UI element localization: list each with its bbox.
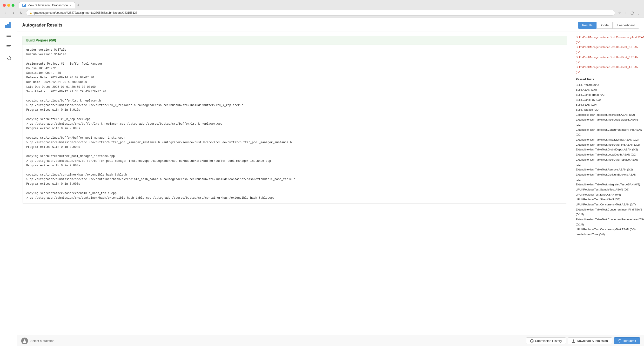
svg-rect-11 xyxy=(6,49,10,49)
passed-test-item[interactable]: LRUKReplacerTest.ConcurrencyTest.TSAN (0… xyxy=(576,227,640,232)
tab-buttons: Results Code Leaderboard xyxy=(578,22,639,29)
svg-rect-9 xyxy=(6,47,10,47)
svg-rect-4 xyxy=(9,22,10,28)
tab-leaderboard[interactable]: Leaderboard xyxy=(613,22,639,29)
address-text: gradescope.com/courses/425272/assignment… xyxy=(34,11,138,15)
passed-test-item[interactable]: ExtendibleHashTableTest.InsertAndFind.AS… xyxy=(576,142,640,147)
build-section-content: grader version: 0b37a5b bustub version: … xyxy=(22,45,567,203)
sidebar xyxy=(0,18,17,346)
browser-chrome: View Submission | Gradescope ✕ + ‹ › ↻ 🔒… xyxy=(0,0,644,18)
svg-rect-10 xyxy=(6,48,10,48)
passed-test-item[interactable]: ExtendibleHashTableTest.LocalDepth.ASAN … xyxy=(576,152,640,157)
lock-icon: 🔒 xyxy=(29,12,32,14)
passed-test-item[interactable]: ExtendibleHashTableTest.IntegratedTest.A… xyxy=(576,182,640,187)
passed-test-item[interactable]: ExtendibleHashTableTest.GlobalDepth.ASAN… xyxy=(576,147,640,152)
right-panel: BufferPoolManagerInstanceTest.Concurrenc… xyxy=(572,32,644,335)
sidebar-menu-button[interactable] xyxy=(4,32,13,41)
passed-test-item[interactable]: ExtendibleHashTableTest.GetNumBuckets.AS… xyxy=(576,172,640,182)
failed-test-item[interactable]: BufferPoolManagerInstanceTest.HardTest_2… xyxy=(576,45,640,55)
resubmit-icon xyxy=(618,339,621,343)
passed-test-item[interactable]: LRUKReplacerTest.SampleTest.ASAN (0/6) xyxy=(576,187,640,192)
passed-test-item[interactable]: LRUKReplacerTest.Size.ASAN (0/6) xyxy=(576,197,640,202)
footer-left: Select a question. xyxy=(21,337,55,344)
close-window-button[interactable] xyxy=(3,4,6,7)
passed-test-item[interactable]: ExtendibleHashTableTest.Remove.ASAN (0/2… xyxy=(576,167,640,172)
passed-test-item[interactable]: ExtendibleHashTableTest.ConcurrentRemove… xyxy=(576,217,640,227)
passed-test-item[interactable]: ExtendibleHashTableTest.InsertAndReplace… xyxy=(576,157,640,167)
footer-buttons: Submission History Download Submission R… xyxy=(526,337,640,344)
sidebar-refresh-icon[interactable] xyxy=(4,54,13,62)
menu-icon[interactable]: ⋮ xyxy=(636,10,641,16)
svg-rect-7 xyxy=(6,38,9,38)
passed-test-item[interactable]: ExtendibleHashTableTest.ConcurrentInsert… xyxy=(576,207,640,217)
browser-titlebar: View Submission | Gradescope ✕ + xyxy=(0,0,644,9)
download-icon xyxy=(572,339,575,343)
svg-point-12 xyxy=(24,339,26,341)
user-avatar xyxy=(21,337,28,344)
passed-tests-list: Build.Prepare (0/0)Build.ASAN (0/0)Build… xyxy=(576,83,640,237)
svg-rect-6 xyxy=(6,37,11,37)
sidebar-list-icon[interactable] xyxy=(4,43,13,52)
new-tab-button[interactable]: + xyxy=(75,2,81,9)
footer: Select a question. Submission History Do… xyxy=(17,335,644,346)
svg-rect-0 xyxy=(23,4,24,6)
failed-test-item[interactable]: BufferPoolManagerInstanceTest.HardTest_3… xyxy=(576,55,640,65)
submission-history-button[interactable]: Submission History xyxy=(526,337,566,344)
tab-code[interactable]: Code xyxy=(597,22,613,29)
passed-test-item[interactable]: Build.Prepare (0/0) xyxy=(576,83,640,88)
forward-button[interactable]: › xyxy=(10,10,16,16)
passed-test-item[interactable]: ExtendibleHashTableTest.InsertSplit.ASAN… xyxy=(576,112,640,117)
resubmit-label: Resubmit xyxy=(623,339,636,343)
passed-test-item[interactable]: Build.TSAN (0/0) xyxy=(576,102,640,107)
passed-test-item[interactable]: LRUKReplacerTest.Evict.ASAN (0/6) xyxy=(576,192,640,197)
page-title: Autograder Results xyxy=(22,23,62,28)
passed-test-item[interactable]: Build.ClangFormat (0/0) xyxy=(576,92,640,97)
main-panel: Build.Prepare (0/0) grader version: 0b37… xyxy=(17,32,572,335)
passed-test-item[interactable]: ExtendibleHashTableTest.ConcurrentInsert… xyxy=(576,127,640,137)
browser-toolbar: ‹ › ↻ 🔒 gradescope.com/courses/425272/as… xyxy=(0,9,644,18)
failed-test-item[interactable]: BufferPoolManagerInstanceTest.Concurrenc… xyxy=(576,35,640,45)
build-section-header: Build.Prepare (0/0) xyxy=(22,36,567,45)
back-button[interactable]: ‹ xyxy=(3,10,9,16)
reload-button[interactable]: ↻ xyxy=(18,10,24,16)
tab-close-button[interactable]: ✕ xyxy=(70,4,72,7)
passed-test-item[interactable]: ExtendibleHashTableTest.InitiallyEmpty.A… xyxy=(576,137,640,142)
extensions-icon[interactable]: ⊞ xyxy=(623,10,628,16)
maximize-window-button[interactable] xyxy=(12,4,14,7)
svg-rect-5 xyxy=(6,35,11,36)
browser-toolbar-actions: ☆ ⊞ ◯ ⋮ xyxy=(617,10,641,16)
passed-tests-section: Passed Tests Build.Prepare (0/0)Build.AS… xyxy=(576,78,640,237)
address-bar[interactable]: 🔒 gradescope.com/courses/425272/assignme… xyxy=(26,10,615,16)
tab-results[interactable]: Results xyxy=(578,22,596,29)
tab-favicon xyxy=(22,4,26,7)
passed-test-item[interactable]: ExtendibleHashTableTest.InsertMultipleSp… xyxy=(576,117,640,127)
resubmit-button[interactable]: Resubmit xyxy=(614,337,640,344)
passed-test-item[interactable]: Build.Release (0/0) xyxy=(576,107,640,112)
build-section: Build.Prepare (0/0) grader version: 0b37… xyxy=(22,36,567,203)
select-question-label: Select a question. xyxy=(30,339,55,343)
passed-test-item[interactable]: Build.ClangTidy (0/0) xyxy=(576,97,640,103)
download-label: Download Submission xyxy=(577,339,608,343)
content-body: Build.Prepare (0/0) grader version: 0b37… xyxy=(17,32,644,335)
svg-rect-1 xyxy=(24,4,25,5)
svg-rect-8 xyxy=(6,45,11,46)
build-section-title: Build.Prepare (0/0) xyxy=(26,38,56,42)
passed-tests-header: Passed Tests xyxy=(576,78,640,81)
submission-history-label: Submission History xyxy=(535,339,562,343)
bookmark-icon[interactable]: ☆ xyxy=(617,10,622,16)
minimize-window-button[interactable] xyxy=(7,4,10,7)
tab-title: View Submission | Gradescope xyxy=(28,4,68,7)
active-browser-tab[interactable]: View Submission | Gradescope ✕ xyxy=(19,2,75,9)
passed-test-item[interactable]: LRUKReplacerTest.ConcurrencyTest.ASAN (0… xyxy=(576,202,640,207)
failed-tests-list: BufferPoolManagerInstanceTest.Concurrenc… xyxy=(576,35,640,75)
browser-window-controls xyxy=(3,4,14,7)
app-container: Autograder Results Results Code Leaderbo… xyxy=(0,18,644,346)
download-submission-button[interactable]: Download Submission xyxy=(568,337,612,344)
sidebar-logo[interactable] xyxy=(5,21,12,29)
passed-test-item[interactable]: Leaderboard.Time (0/0) xyxy=(576,232,640,237)
profile-icon[interactable]: ◯ xyxy=(630,10,635,16)
svg-rect-3 xyxy=(7,24,9,28)
failed-test-item[interactable]: BufferPoolManagerInstanceTest.HardTest_4… xyxy=(576,65,640,75)
browser-tabs: View Submission | Gradescope ✕ + xyxy=(19,2,82,9)
passed-test-item[interactable]: Build.ASAN (0/0) xyxy=(576,87,640,92)
